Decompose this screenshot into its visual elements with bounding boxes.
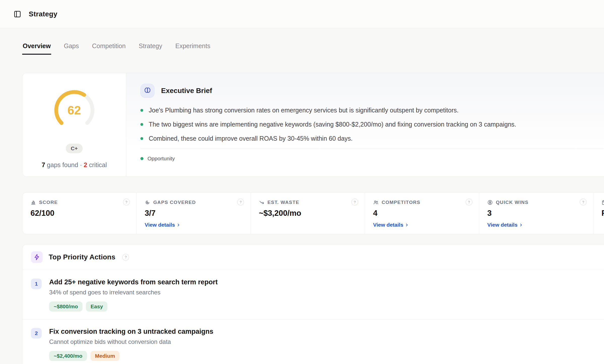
gaps-summary: 7 gaps found · 2 critical — [42, 161, 107, 169]
view-details-link[interactable]: View details — [373, 222, 471, 228]
help-icon[interactable]: ? — [237, 199, 244, 205]
brief-bullet: Combined, these could improve overall RO… — [140, 135, 604, 142]
savings-badge: ~$800/mo — [49, 301, 82, 312]
brief-footer-divider — [140, 149, 604, 149]
brief-bullet: The two biggest wins are implementing ne… — [140, 120, 604, 128]
stat-card-quick-wins: QUICK WINS ? 3 View details — [479, 193, 593, 234]
action-title: Add 25+ negative keywords from search te… — [49, 278, 218, 286]
lightning-bolt-icon — [31, 251, 43, 263]
executive-brief-header: Executive Brief — [140, 84, 604, 98]
sidebar-toggle-button[interactable] — [13, 10, 22, 18]
action-subtitle: Cannot optimize bids without conversion … — [49, 338, 213, 345]
stat-value: 3 — [487, 209, 586, 218]
tab-bar: Overview Gaps Competition Strategy Exper… — [22, 42, 604, 55]
executive-brief-title: Executive Brief — [161, 87, 212, 95]
trending-down-icon — [259, 200, 264, 205]
help-icon[interactable]: ? — [466, 199, 472, 205]
overview-hero-section: 62 C+ 7 gaps found · 2 critical Exec — [22, 73, 604, 177]
brief-bullet: Joe's Plumbing has strong conversion rat… — [140, 106, 604, 114]
view-details-link[interactable]: View details — [145, 222, 243, 228]
critical-label: critical — [89, 161, 107, 168]
opportunity-legend: Opportunity — [140, 156, 604, 162]
opportunity-dot-icon — [140, 157, 143, 160]
stat-card-gaps-covered: GAPS COVERED ? 3/7 View details — [137, 193, 251, 234]
view-details-link[interactable]: View details — [487, 222, 586, 228]
dollar-circle-icon — [487, 200, 493, 205]
bar-chart-icon — [31, 200, 36, 205]
calendar-icon — [601, 200, 604, 205]
top-bar: Strategy — [0, 0, 604, 28]
stat-card-score: SCORE ? 62/100 — [22, 193, 137, 234]
action-number-badge: 2 — [31, 328, 42, 339]
chevron-right-icon — [405, 223, 409, 227]
chevron-right-icon — [176, 223, 180, 227]
savings-badge: ~$2,400/mo — [49, 351, 87, 361]
tab-strategy[interactable]: Strategy — [138, 42, 163, 55]
stat-value: 4 — [373, 209, 471, 218]
action-number-badge: 1 — [31, 279, 42, 289]
action-badges: ~$800/mo Easy — [49, 301, 218, 312]
stat-value: 3/7 — [145, 209, 243, 218]
action-title: Fix conversion tracking on 3 untracked c… — [49, 327, 213, 336]
bullet-dot-icon — [140, 123, 143, 126]
chevron-right-icon — [519, 223, 523, 227]
score-panel: 62 C+ 7 gaps found · 2 critical — [22, 73, 126, 176]
bullet-dot-icon — [140, 109, 143, 112]
panel-left-icon — [14, 10, 21, 18]
executive-brief-panel: Executive Brief Joe's Plumbing has stron… — [126, 73, 604, 176]
priority-action-1[interactable]: 1 Add 25+ negative keywords from search … — [22, 270, 604, 319]
priority-header: Top Priority Actions ? — [22, 245, 604, 270]
stats-row: SCORE ? 62/100 GAPS COVERED ? 3/7 View d… — [22, 192, 604, 234]
priority-action-2[interactable]: 2 Fix conversion tracking on 3 untracked… — [22, 319, 604, 364]
stat-card-competitors: COMPETITORS ? 4 View details — [365, 193, 479, 234]
executive-brief-bullets: Joe's Plumbing has strong conversion rat… — [140, 106, 604, 142]
top-priority-actions-card: Top Priority Actions ? 1 Add 25+ negativ… — [22, 244, 604, 364]
gaps-count: 7 — [42, 161, 45, 168]
action-badges: ~$2,400/mo Medium — [49, 351, 213, 361]
score-gauge: 62 — [50, 86, 98, 134]
priority-title: Top Priority Actions — [49, 253, 115, 261]
users-icon — [373, 200, 379, 205]
main-content: Overview Gaps Competition Strategy Exper… — [0, 42, 604, 364]
tab-competition[interactable]: Competition — [92, 42, 126, 55]
brain-icon — [140, 84, 155, 98]
help-icon[interactable]: ? — [351, 199, 358, 205]
effort-badge: Medium — [90, 351, 119, 361]
tab-experiments[interactable]: Experiments — [175, 42, 211, 55]
tab-gaps[interactable]: Gaps — [63, 42, 79, 55]
tab-overview[interactable]: Overview — [22, 42, 51, 55]
stat-value: F — [601, 209, 604, 218]
page-title: Strategy — [29, 10, 57, 18]
bullet-dot-icon — [140, 137, 143, 140]
stat-value: ~$3,200/mo — [259, 209, 357, 218]
help-icon[interactable]: ? — [123, 199, 130, 205]
gaps-label: gaps found · — [47, 161, 82, 168]
stat-value: 62/100 — [31, 209, 129, 218]
target-icon — [145, 200, 150, 205]
stat-card-est-waste: EST. WASTE ? ~$3,200/mo — [251, 193, 365, 234]
effort-badge: Easy — [86, 301, 107, 312]
help-icon[interactable]: ? — [122, 254, 129, 261]
help-icon[interactable]: ? — [580, 199, 587, 205]
stat-card-truncated: F — [593, 193, 604, 234]
grade-badge: C+ — [66, 144, 83, 153]
score-value: 62 — [50, 86, 98, 134]
action-subtitle: 34% of spend goes to irrelevant searches — [49, 289, 218, 296]
critical-count: 2 — [84, 161, 87, 168]
opportunity-label: Opportunity — [147, 156, 175, 162]
